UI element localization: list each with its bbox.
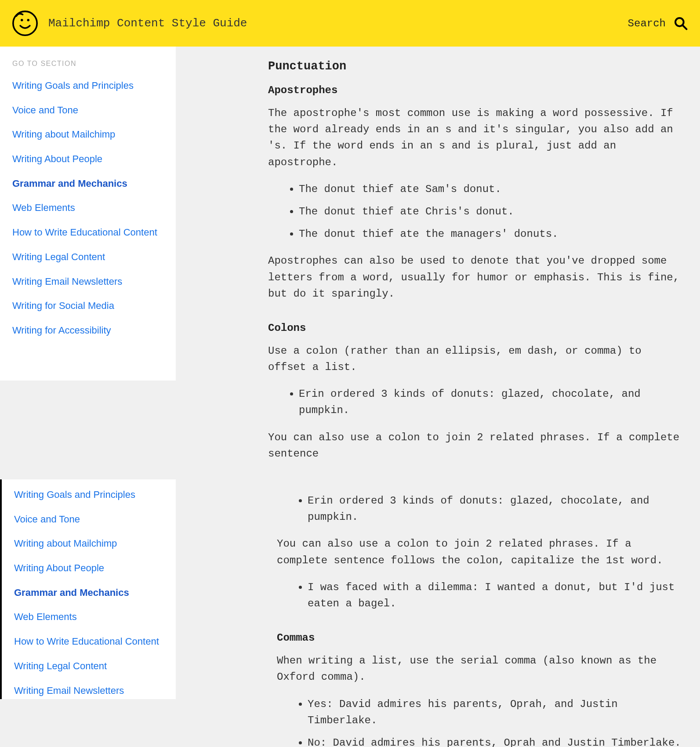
body-text: Apostrophes can also be used to denote t…: [268, 253, 682, 302]
list-item: Erin ordered 3 kinds of donuts: glazed, …: [308, 493, 682, 525]
sidebar-item[interactable]: Grammar and Mechanics: [12, 177, 163, 190]
sidebar: GO TO SECTION Writing Goals and Principl…: [0, 47, 176, 381]
search-icon[interactable]: [674, 16, 688, 30]
sidebar-item[interactable]: Writing About People: [12, 152, 163, 166]
sidebar-nav: Writing Goals and PrinciplesVoice and To…: [12, 79, 163, 337]
list-item: The donut thief ate the managers' donuts…: [299, 226, 682, 242]
svg-line-4: [682, 25, 686, 29]
search-area[interactable]: Search: [628, 16, 688, 30]
main-content-continued: Erin ordered 3 kinds of donuts: glazed, …: [176, 479, 700, 747]
example-list: Erin ordered 3 kinds of donuts: glazed, …: [299, 386, 682, 418]
sidebar-item[interactable]: How to Write Educational Content: [12, 226, 163, 239]
sidebar-item[interactable]: Writing Email Newsletters: [12, 275, 163, 288]
section-title-punctuation: Punctuation: [268, 60, 682, 73]
sidebar-item[interactable]: How to Write Educational Content: [14, 635, 163, 648]
article-punctuation: Punctuation Apostrophes The apostrophe's…: [268, 60, 682, 462]
sidebar-duplicate: Writing Goals and PrinciplesVoice and To…: [0, 479, 176, 699]
example-list: I was faced with a dilemma: I wanted a d…: [308, 579, 682, 612]
sidebar-item[interactable]: Web Elements: [14, 610, 163, 624]
sidebar-item[interactable]: Writing About People: [14, 562, 163, 575]
list-item: No: David admires his parents, Oprah and…: [308, 735, 682, 747]
list-item: The donut thief ate Chris's donut.: [299, 203, 682, 220]
sidebar-item[interactable]: Writing Goals and Principles: [14, 488, 163, 501]
sidebar-item[interactable]: Writing Legal Content: [12, 250, 163, 264]
sidebar-item[interactable]: Voice and Tone: [14, 513, 163, 526]
example-list: Yes: David admires his parents, Oprah, a…: [308, 696, 682, 747]
brand-logo-icon[interactable]: [12, 11, 38, 36]
sidebar-item[interactable]: Web Elements: [12, 201, 163, 214]
subsection-commas: Commas: [277, 632, 682, 644]
body-text: When writing a list, use the serial comm…: [277, 653, 682, 685]
list-item: I was faced with a dilemma: I wanted a d…: [308, 579, 682, 612]
site-title[interactable]: Mailchimp Content Style Guide: [48, 17, 247, 30]
body-text: You can also use a colon to join 2 relat…: [277, 536, 682, 568]
body-text: Use a colon (rather than an ellipsis, em…: [268, 343, 682, 375]
list-item: The donut thief ate Sam's donut.: [299, 181, 682, 197]
subsection-colons: Colons: [268, 322, 682, 334]
body-text: The apostrophe's most common use is maki…: [268, 105, 682, 170]
layout-top: GO TO SECTION Writing Goals and Principl…: [0, 47, 700, 479]
sidebar-item[interactable]: Writing Legal Content: [14, 660, 163, 673]
sidebar-item[interactable]: Grammar and Mechanics: [14, 586, 163, 599]
sidebar-item[interactable]: Writing Email Newsletters: [14, 684, 163, 697]
list-item: Erin ordered 3 kinds of donuts: glazed, …: [299, 386, 682, 418]
sidebar-item[interactable]: Voice and Tone: [12, 104, 163, 117]
example-list: Erin ordered 3 kinds of donuts: glazed, …: [308, 493, 682, 525]
sidebar-heading: GO TO SECTION: [12, 60, 163, 68]
header: Mailchimp Content Style Guide Search: [0, 0, 700, 47]
sidebar-item[interactable]: Writing Goals and Principles: [12, 79, 163, 92]
list-item: Yes: David admires his parents, Oprah, a…: [308, 696, 682, 729]
sidebar-item[interactable]: Writing about Mailchimp: [12, 128, 163, 141]
svg-point-1: [21, 19, 23, 21]
main-content: Punctuation Apostrophes The apostrophe's…: [176, 47, 700, 479]
layout-bottom: Writing Goals and PrinciplesVoice and To…: [0, 479, 700, 747]
search-label: Search: [628, 18, 666, 29]
sidebar-nav-duplicate: Writing Goals and PrinciplesVoice and To…: [14, 488, 163, 699]
sidebar-item[interactable]: Writing for Accessibility: [12, 324, 163, 337]
body-text: You can also use a colon to join 2 relat…: [268, 429, 682, 462]
example-list: The donut thief ate Sam's donut.The donu…: [299, 181, 682, 243]
subsection-apostrophes: Apostrophes: [268, 84, 682, 96]
sidebar-item[interactable]: Writing about Mailchimp: [14, 537, 163, 550]
sidebar-item[interactable]: Writing for Social Media: [12, 299, 163, 312]
header-left: Mailchimp Content Style Guide: [12, 11, 247, 36]
article-continued: Erin ordered 3 kinds of donuts: glazed, …: [277, 493, 682, 747]
svg-point-2: [27, 19, 29, 21]
